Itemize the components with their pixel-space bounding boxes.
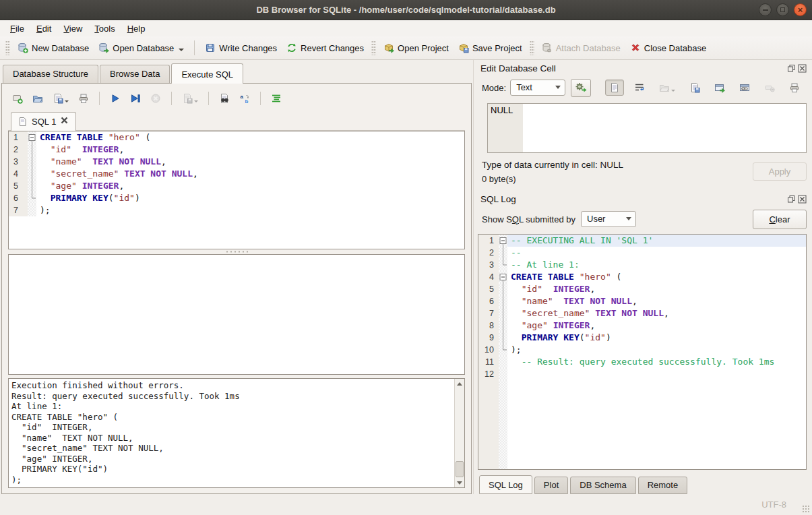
code-text: -- At line 1: <box>507 259 806 271</box>
tab-database-structure[interactable]: Database Structure <box>3 65 98 83</box>
menu-help[interactable]: Help <box>121 22 152 36</box>
find-button[interactable] <box>215 90 234 107</box>
execute-all-button[interactable] <box>106 90 125 107</box>
print-cell-button[interactable] <box>785 80 804 96</box>
code-line: 2-- <box>478 247 806 259</box>
code-line: 5 "id" INTEGER, <box>478 283 806 295</box>
link-icon <box>739 82 750 93</box>
export-file-button[interactable] <box>685 80 704 96</box>
splitter-handle[interactable] <box>8 249 465 254</box>
open-project-button[interactable]: Open Project <box>379 40 454 56</box>
tab-browse-data[interactable]: Browse Data <box>100 65 170 83</box>
dropdown-arrow-icon <box>194 100 198 102</box>
print-button[interactable] <box>74 90 93 107</box>
revert-changes-icon <box>286 42 297 53</box>
open-sql-file-icon <box>32 93 43 104</box>
cell-value-editor[interactable]: NULL <box>487 103 807 153</box>
clear-button[interactable]: Clear <box>753 210 807 229</box>
line-number: 3 <box>478 259 499 271</box>
replace-button[interactable]: ab <box>235 90 254 107</box>
menu-view[interactable]: View <box>57 22 88 36</box>
save-project-button[interactable]: Save Project <box>454 40 527 56</box>
scrollbar-thumb[interactable] <box>456 461 464 477</box>
toolbar-button-label: Write Changes <box>219 43 277 53</box>
toolbar-separator <box>171 92 172 105</box>
word-wrap-button[interactable] <box>630 80 649 96</box>
close-tab-icon[interactable] <box>60 116 69 127</box>
sql-log-view[interactable]: 1-- EXECUTING ALL IN 'SQL 1'2--3-- At li… <box>478 234 807 470</box>
close-dock-icon[interactable] <box>798 64 807 73</box>
revert-changes-button[interactable]: Revert Changes <box>282 40 369 56</box>
open-sql-file-button[interactable] <box>28 90 47 107</box>
menu-tools[interactable]: Tools <box>88 22 121 36</box>
open-external-button[interactable] <box>710 80 729 96</box>
mode-select[interactable]: Text <box>510 80 565 96</box>
menu-file[interactable]: File <box>4 22 30 36</box>
window-titlebar: DB Browser for SQLite - /home/user/code/… <box>0 0 812 20</box>
scrollbar-track[interactable] <box>455 388 464 478</box>
float-dock-icon[interactable] <box>787 195 796 204</box>
auto-apply-button[interactable] <box>571 79 591 97</box>
menu-edit[interactable]: Edit <box>30 22 57 36</box>
toolbar-button-label: New Database <box>32 43 89 53</box>
new-tab-button[interactable] <box>8 90 27 107</box>
fold-marker[interactable] <box>499 235 507 247</box>
link-button[interactable] <box>735 80 754 96</box>
show-sql-label: Show SQL submitted by <box>482 214 575 224</box>
dropdown-arrow-icon <box>179 49 184 51</box>
code-text: ); <box>507 344 806 356</box>
close-dock-icon[interactable] <box>798 195 807 204</box>
scroll-up-button[interactable] <box>455 379 464 388</box>
stop-button <box>146 90 165 107</box>
submitted-by-select[interactable]: User <box>581 211 636 227</box>
line-number: 12 <box>478 368 499 380</box>
line-number: 2 <box>9 144 28 156</box>
fold-marker <box>499 247 507 259</box>
minimize-button[interactable] <box>759 3 772 16</box>
fold-marker[interactable] <box>28 131 36 144</box>
resize-grip[interactable] <box>802 505 811 514</box>
toolbar-button-label: Open Database <box>113 43 174 53</box>
bottom-tab-sql-log[interactable]: SQL Log <box>479 475 532 494</box>
mode-row: Mode: Text <box>474 75 812 99</box>
line-number: 10 <box>478 344 499 356</box>
results-scrollbar[interactable] <box>454 379 464 487</box>
sql-editor[interactable]: 1CREATE TABLE "hero" (2 "id" INTEGER,3 "… <box>8 131 465 249</box>
code-line: 8 "age" INTEGER, <box>478 320 806 332</box>
tab-sql-1[interactable]: SQL 1 <box>11 112 76 131</box>
format-sql-button[interactable] <box>267 90 286 107</box>
line-number: 4 <box>478 271 499 283</box>
svg-text:a: a <box>241 94 244 100</box>
bottom-tab-db-schema[interactable]: DB Schema <box>570 477 635 494</box>
code-line: 1CREATE TABLE "hero" ( <box>9 131 464 144</box>
close-database-button[interactable]: Close Database <box>625 40 712 56</box>
minimize-icon <box>763 9 768 11</box>
write-changes-icon <box>205 42 216 53</box>
fold-marker[interactable] <box>499 271 507 283</box>
fold-marker <box>28 192 36 204</box>
save-sql-file-button[interactable] <box>49 90 73 107</box>
code-text: "secret_name" TEXT NOT NULL, <box>36 168 464 180</box>
close-button[interactable]: × <box>794 3 807 16</box>
code-line: 3-- At line 1: <box>478 259 806 271</box>
execute-line-button[interactable] <box>126 90 145 107</box>
sql-toolbar: ab <box>8 88 465 109</box>
main-area: Database StructureBrowse DataExecute SQL… <box>0 60 812 494</box>
line-number: 8 <box>478 320 499 332</box>
write-changes-button[interactable]: Write Changes <box>200 40 282 56</box>
float-dock-icon[interactable] <box>787 64 796 73</box>
scroll-down-button[interactable] <box>455 478 464 487</box>
maximize-button[interactable] <box>776 3 789 16</box>
bottom-tab-remote[interactable]: Remote <box>638 477 688 494</box>
line-number: 7 <box>478 307 499 320</box>
code-line: 12 <box>478 368 806 380</box>
maximize-icon <box>780 7 785 12</box>
text-mode-button[interactable] <box>605 80 624 96</box>
code-text: "age" INTEGER, <box>36 180 464 192</box>
open-database-button[interactable]: Open Database <box>94 40 189 56</box>
bottom-tab-plot[interactable]: Plot <box>534 477 568 494</box>
new-database-icon <box>18 42 28 53</box>
svg-text:b: b <box>245 98 249 104</box>
tab-execute-sql[interactable]: Execute SQL <box>171 63 243 84</box>
new-database-button[interactable]: New Database <box>13 40 94 56</box>
